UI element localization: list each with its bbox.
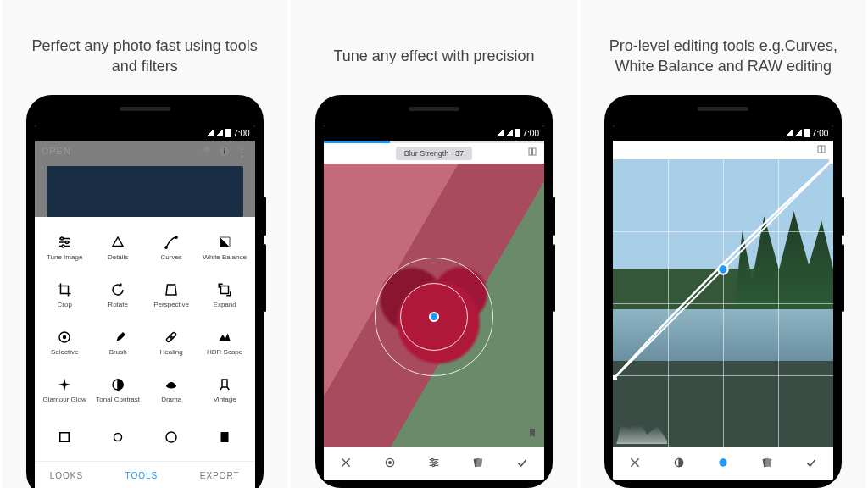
tool-label: Crop	[57, 301, 71, 308]
svg-rect-31	[529, 148, 532, 155]
cancel-button[interactable]	[336, 456, 356, 472]
photo-canvas[interactable]	[613, 159, 833, 447]
tool-more-3[interactable]	[145, 413, 198, 461]
tool-white-balance[interactable]: White Balance	[198, 224, 252, 271]
svg-point-6	[61, 237, 64, 240]
tool-label: White Balance	[203, 253, 247, 261]
promo-panel-3: Pro-level editing tools e.g.Curves, Whit…	[581, 0, 866, 488]
svg-marker-21	[58, 378, 71, 391]
tool-label: Selective	[51, 348, 78, 356]
tool-tune-image[interactable]: Tune Image	[38, 224, 92, 271]
adjust-icon[interactable]	[424, 456, 444, 472]
svg-point-28	[114, 434, 122, 441]
channel-rgb-icon[interactable]	[713, 456, 733, 472]
info-icon[interactable]	[219, 146, 230, 159]
action-bar	[613, 447, 833, 480]
tool-curves[interactable]: Curves	[145, 224, 198, 271]
screen-2: 7:00 Blur Strength +37	[324, 125, 544, 480]
svg-point-54	[720, 458, 727, 466]
tool-selective[interactable]: Selective	[38, 319, 92, 366]
wifi-icon	[506, 130, 513, 136]
tool-hdr-scape[interactable]: HDR Scape	[198, 319, 252, 366]
tab-looks[interactable]: LOOKS	[50, 471, 83, 480]
focus-mode-icon[interactable]	[380, 456, 400, 472]
styles-icon[interactable]	[757, 456, 777, 472]
svg-rect-56	[765, 458, 772, 466]
svg-point-7	[66, 241, 69, 243]
svg-rect-44	[476, 458, 482, 466]
status-bar: 7:00	[613, 125, 833, 141]
tool-tonal-contrast[interactable]: Tonal Contrast	[92, 366, 145, 413]
svg-rect-2	[224, 148, 225, 149]
svg-point-23	[166, 383, 176, 388]
tool-drama[interactable]: Drama	[145, 366, 198, 413]
tool-crop[interactable]: Crop	[38, 271, 92, 319]
svg-point-16	[64, 336, 66, 338]
tools-grid: Tune Image Details Curves White Balance …	[35, 217, 255, 461]
tagline-3: Pro-level editing tools e.g.Curves, Whit…	[593, 25, 854, 86]
svg-marker-9	[113, 237, 123, 247]
tagline-1: Perfect any photo fast using tools and f…	[14, 25, 275, 86]
svg-line-25	[220, 387, 222, 390]
photo-canvas[interactable]	[324, 164, 544, 447]
promo-panel-2: Tune any effect with precision 7:00 Blur…	[291, 0, 576, 488]
svg-rect-45	[818, 146, 821, 152]
styles-icon[interactable]	[468, 456, 488, 472]
tool-rotate[interactable]: Rotate	[92, 271, 145, 319]
signal-icon	[207, 130, 214, 136]
tab-export[interactable]: EXPORT	[200, 471, 240, 480]
apply-button[interactable]	[512, 456, 532, 472]
svg-rect-1	[224, 150, 225, 153]
channel-luminance-icon[interactable]	[669, 456, 689, 472]
cancel-button[interactable]	[625, 456, 645, 472]
tool-glamour-glow[interactable]: Glamour Glow	[38, 366, 92, 413]
svg-point-42	[432, 464, 435, 467]
compare-icon[interactable]	[816, 144, 826, 157]
dimmed-background: OPEN ⋮	[35, 141, 255, 217]
svg-rect-14	[221, 286, 229, 293]
clock: 7:00	[523, 129, 539, 138]
svg-point-40	[431, 458, 434, 461]
open-button[interactable]: OPEN	[42, 146, 71, 156]
tool-details[interactable]: Details	[92, 224, 145, 271]
svg-marker-20	[219, 333, 231, 341]
tool-label: Curves	[160, 253, 181, 261]
tool-healing[interactable]: Healing	[145, 319, 198, 366]
focus-point[interactable]	[429, 312, 439, 322]
tab-tools[interactable]: TOOLS	[125, 471, 159, 480]
tool-brush[interactable]: Brush	[92, 319, 145, 366]
svg-point-50	[719, 264, 728, 274]
svg-line-26	[227, 387, 229, 390]
tool-label: Drama	[161, 396, 181, 403]
svg-rect-32	[532, 148, 536, 155]
tool-label: Rotate	[108, 301, 128, 308]
clock: 7:00	[233, 129, 249, 138]
phone-mockup-3: 7:00	[604, 95, 842, 488]
tool-more-4[interactable]	[198, 413, 252, 461]
tool-more-1[interactable]	[38, 413, 92, 461]
status-bar: 7:00	[324, 125, 544, 141]
svg-point-11	[175, 236, 177, 237]
param-chip-bar: Blur Strength +37	[324, 143, 544, 164]
apply-button[interactable]	[801, 456, 821, 472]
more-icon[interactable]: ⋮	[236, 146, 248, 159]
tool-perspective[interactable]: Perspective	[145, 271, 198, 319]
battery-icon	[804, 129, 810, 137]
curve-line[interactable]	[613, 159, 833, 380]
tool-vintage[interactable]: Vintage	[198, 366, 252, 413]
svg-point-8	[62, 245, 64, 247]
param-chip: Blur Strength +37	[396, 147, 472, 160]
tool-label: HDR Scape	[207, 348, 242, 356]
tool-expand[interactable]: Expand	[198, 271, 252, 319]
tool-label: Healing	[160, 348, 183, 356]
svg-rect-27	[60, 433, 70, 442]
tool-more-2[interactable]	[92, 413, 145, 461]
svg-marker-13	[166, 285, 176, 295]
tool-label: Vintage	[214, 396, 236, 403]
screen-1: 7:00 OPEN ⋮	[35, 125, 255, 488]
bookmark-icon[interactable]	[527, 428, 537, 441]
stack-icon[interactable]	[201, 146, 212, 159]
compare-icon[interactable]	[527, 147, 537, 159]
svg-point-29	[166, 432, 176, 442]
svg-point-36	[389, 461, 392, 463]
